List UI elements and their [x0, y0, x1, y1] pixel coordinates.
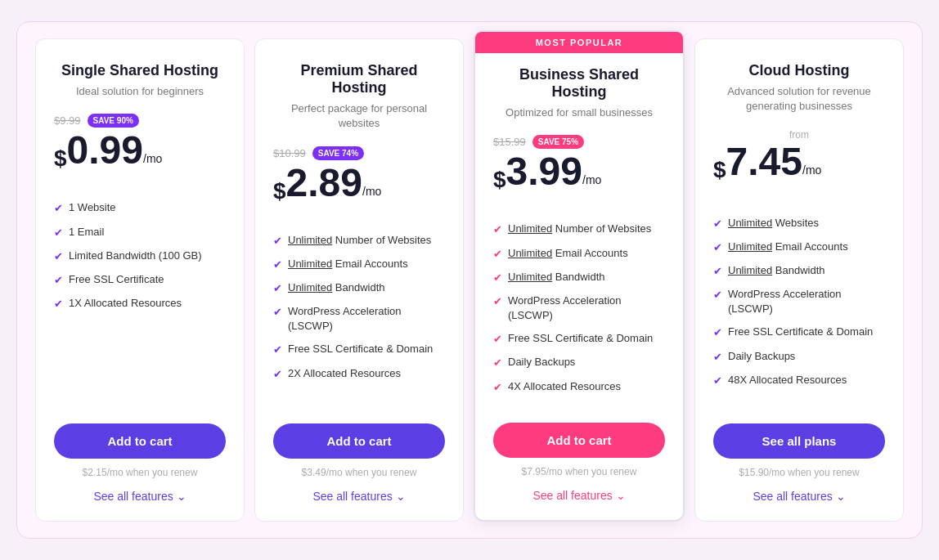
check-icon: ✔: [493, 380, 502, 395]
feature-item: ✔ Unlimited Bandwidth: [713, 263, 885, 279]
add-to-cart-btn-cloud[interactable]: See all plans: [713, 423, 885, 459]
original-price-premium: $10.99: [273, 147, 306, 159]
price-section-premium: $10.99SAVE 74% $ 2.89 /mo: [273, 146, 445, 220]
price-section-business: $15.99SAVE 75% $ 3.99 /mo: [493, 135, 665, 208]
check-icon: ✔: [713, 374, 722, 388]
plan-card-business: MOST POPULARBusiness Shared HostingOptim…: [474, 30, 685, 522]
feature-item: ✔ Unlimited Email Accounts: [273, 257, 445, 272]
feature-item: ✔ Free SSL Certificate & Domain: [713, 325, 885, 340]
feature-item: ✔ Daily Backups: [493, 355, 665, 370]
renew-note-premium: $3.49/mo when you renew: [273, 467, 445, 478]
features-list-cloud: ✔ Unlimited Websites ✔ Unlimited Email A…: [713, 216, 885, 404]
feature-item: ✔ Daily Backups: [713, 349, 885, 365]
plan-name-business: Business Shared Hosting: [493, 66, 665, 101]
feature-text: Unlimited Number of Websites: [508, 222, 651, 236]
check-icon: ✔: [713, 217, 722, 231]
feature-text: 1 Email: [69, 225, 104, 240]
feature-text: WordPress Acceleration (LSCWP): [288, 304, 445, 334]
add-to-cart-btn-single[interactable]: Add to cart: [54, 423, 226, 459]
feature-text: Free SSL Certificate & Domain: [728, 325, 873, 339]
check-icon: ✔: [54, 297, 63, 311]
feature-item: ✔ Unlimited Email Accounts: [493, 246, 665, 262]
plan-card-single: Single Shared HostingIdeal solution for …: [35, 38, 245, 522]
feature-text: Daily Backups: [728, 349, 795, 364]
feature-item: ✔ 1 Website: [54, 200, 226, 216]
price-amount-cloud: 7.45: [726, 142, 802, 181]
save-badge-business: SAVE 75%: [532, 135, 584, 149]
plan-desc-single: Ideal solution for beginners: [54, 84, 226, 99]
check-icon: ✔: [713, 325, 722, 340]
feature-item: ✔ Unlimited Email Accounts: [713, 240, 885, 255]
check-icon: ✔: [54, 201, 63, 216]
original-price-single: $9.99: [54, 114, 81, 127]
check-icon: ✔: [493, 222, 502, 237]
see-features-single[interactable]: See all features ⌄: [54, 490, 226, 503]
plan-card-cloud: Cloud HostingAdvanced solution for reven…: [694, 38, 904, 522]
feature-item: ✔ 1 Email: [54, 225, 226, 240]
see-features-premium[interactable]: See all features ⌄: [273, 490, 445, 503]
price-mo-single: /mo: [143, 152, 162, 165]
price-mo-premium: /mo: [362, 185, 381, 198]
plan-name-premium: Premium Shared Hosting: [273, 62, 445, 96]
feature-text: WordPress Acceleration (LSCWP): [508, 293, 665, 323]
feature-text: Unlimited Bandwidth: [288, 280, 385, 295]
check-icon: ✔: [713, 288, 722, 302]
feature-item: ✔ 1X Allocated Resources: [54, 296, 226, 311]
check-icon: ✔: [54, 273, 63, 288]
renew-note-business: $7.95/mo when you renew: [493, 466, 665, 477]
check-icon: ✔: [713, 240, 722, 255]
feature-text: Free SSL Certificate: [69, 272, 164, 287]
feature-text: 48X Allocated Resources: [728, 373, 847, 388]
feature-item: ✔ Unlimited Number of Websites: [273, 233, 445, 249]
price-row-business: $15.99SAVE 75%: [493, 135, 665, 149]
feature-item: ✔ WordPress Acceleration (LSCWP): [273, 304, 445, 334]
check-icon: ✔: [713, 264, 722, 279]
price-main-premium: $ 2.89 /mo: [273, 164, 445, 203]
check-icon: ✔: [493, 247, 502, 262]
see-features-business[interactable]: See all features ⌄: [493, 489, 665, 502]
price-dollar-premium: $: [273, 180, 286, 203]
feature-text: Unlimited Email Accounts: [508, 246, 628, 261]
feature-text: Unlimited Bandwidth: [508, 270, 605, 284]
price-amount-premium: 2.89: [286, 164, 362, 203]
pricing-wrapper: Single Shared HostingIdeal solution for …: [16, 21, 923, 539]
feature-item: ✔ 2X Allocated Resources: [273, 366, 445, 382]
price-mo-business: /mo: [582, 173, 601, 186]
feature-text: Unlimited Email Accounts: [288, 257, 408, 271]
add-to-cart-btn-premium[interactable]: Add to cart: [273, 423, 445, 459]
price-row-single: $9.99SAVE 90%: [54, 114, 226, 128]
check-icon: ✔: [273, 258, 282, 272]
check-icon: ✔: [273, 367, 282, 382]
price-main-single: $ 0.99 /mo: [54, 131, 226, 170]
feature-item: ✔ Free SSL Certificate & Domain: [493, 331, 665, 347]
see-features-cloud[interactable]: See all features ⌄: [713, 490, 885, 503]
renew-note-cloud: $15.90/mo when you renew: [713, 467, 885, 478]
price-main-cloud: $ 7.45 /mo: [713, 142, 885, 181]
price-section-single: $9.99SAVE 90% $ 0.99 /mo: [54, 114, 226, 187]
feature-item: ✔ 48X Allocated Resources: [713, 373, 885, 388]
price-amount-business: 3.99: [506, 152, 582, 191]
plan-name-single: Single Shared Hosting: [54, 62, 226, 79]
feature-text: 4X Allocated Resources: [508, 379, 621, 394]
features-list-single: ✔ 1 Website ✔ 1 Email ✔ Limited Bandwidt…: [54, 200, 226, 404]
price-mo-cloud: /mo: [802, 164, 821, 177]
feature-text: Free SSL Certificate & Domain: [508, 331, 653, 346]
add-to-cart-btn-business[interactable]: Add to cart: [493, 423, 665, 458]
check-icon: ✔: [713, 350, 722, 365]
check-icon: ✔: [493, 332, 502, 347]
feature-item: ✔ Unlimited Bandwidth: [273, 280, 445, 296]
check-icon: ✔: [273, 281, 282, 296]
feature-text: 1 Website: [69, 200, 116, 215]
feature-text: Limited Bandwidth (100 GB): [69, 249, 202, 263]
price-section-cloud: from $ 7.45 /mo: [713, 129, 885, 203]
feature-item: ✔ Free SSL Certificate: [54, 272, 226, 288]
check-icon: ✔: [493, 356, 502, 370]
most-popular-badge: MOST POPULAR: [475, 32, 683, 53]
from-label-cloud: from: [713, 129, 885, 141]
renew-note-single: $2.15/mo when you renew: [54, 467, 226, 478]
feature-text: 1X Allocated Resources: [69, 296, 182, 311]
feature-item: ✔ WordPress Acceleration (LSCWP): [713, 287, 885, 316]
price-dollar-cloud: $: [713, 159, 726, 181]
check-icon: ✔: [493, 294, 502, 309]
feature-item: ✔ Unlimited Websites: [713, 216, 885, 231]
